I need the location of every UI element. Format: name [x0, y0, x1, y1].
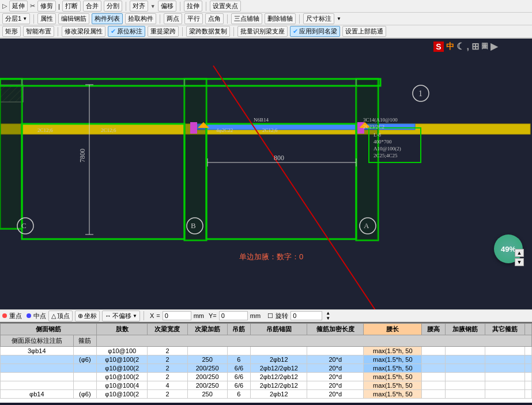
th-jia-yi-gj: 其它箍筋 — [485, 324, 525, 335]
table-cell — [445, 355, 485, 364]
table-cell — [307, 347, 364, 355]
component-list-button[interactable]: 构件列表 — [92, 13, 123, 24]
dimension-dropdown-icon[interactable]: ▼ — [337, 16, 341, 21]
table-cell — [1, 364, 74, 373]
table-row[interactable]: φ10@100(22200/2506/62φb12/2φb1220*dmax(1… — [1, 364, 532, 373]
table-cell: φb14 — [1, 390, 74, 399]
table-row[interactable]: 3φb14φ10@1002max(1.5*h, 50 — [1, 347, 532, 355]
smart-place-button[interactable]: 智能布置 — [23, 26, 54, 37]
main-canvas[interactable]: L-8 400*700 A10@100(2) 2C25;4C25 1 2C12;… — [0, 39, 532, 309]
th-gu-jin: 肢数 — [97, 324, 148, 335]
data-table: 侧面钢筋 肢数 次梁宽度 次梁加筋 吊筋 吊筋锚固 箍筋加密长度 腰长 腰高 加… — [0, 323, 532, 399]
moon-icon: ☾ — [456, 41, 465, 52]
copy-span-button[interactable]: 梁跨数据复制 — [186, 26, 230, 37]
set-top-rebar-button[interactable]: 设置上部筋通 — [342, 26, 386, 37]
x-input[interactable] — [163, 311, 191, 320]
table-row[interactable]: φb14(φ6)φ10@100(2225062φb1220*dmax(1.5*h… — [1, 390, 532, 399]
threepoint-button[interactable]: 三点辅轴 — [231, 13, 262, 24]
table-cell: 20*d — [307, 390, 364, 399]
apply-samename-button[interactable]: ✔ 应用到同名梁 — [290, 26, 340, 37]
nooffset-button[interactable]: ↔ 不偏移 ▼ — [102, 311, 140, 321]
align-button[interactable]: 对齐 — [130, 1, 148, 12]
th-sub-annotation: 侧面原位标注注筋 — [1, 335, 74, 347]
toolbar-row1: ▷ 延伸 ✂ 修剪 | 打断 合并 分割 对齐 ▼ 偏移 拉伸 设置夹点 — [0, 0, 532, 13]
batch-recognize-button[interactable]: 批量识别梁支座 — [237, 26, 288, 37]
setpoint-button[interactable]: 设置夹点 — [210, 1, 241, 12]
sep9 — [182, 27, 183, 36]
table-cell: 2φb12 — [251, 355, 307, 364]
table-cell: 200/250 — [187, 381, 227, 390]
merge-button[interactable]: 合并 — [83, 1, 101, 12]
table-cell — [1, 355, 74, 364]
inplace-annotation-button[interactable]: ✔ 原位标注 — [108, 26, 145, 37]
rect-button[interactable]: 矩形 — [2, 26, 21, 37]
svg-text:L-8: L-8 — [373, 132, 381, 138]
sep4 — [33, 14, 34, 24]
table-cell — [525, 355, 532, 364]
table-cell — [445, 381, 485, 390]
property-button[interactable]: 属性 — [37, 13, 56, 24]
data-table-container: 侧面钢筋 肢数 次梁宽度 次梁加筋 吊筋 吊筋锚固 箍筋加密长度 腰长 腰高 加… — [0, 322, 532, 403]
trim-button[interactable]: 修剪 — [37, 1, 56, 12]
th-ci-liang-jj: 吊筋 — [227, 324, 250, 335]
pick-component-button[interactable]: 拾取构件 — [125, 13, 156, 24]
table-cell: φ10@100(2 — [97, 373, 148, 381]
table-cell — [73, 347, 96, 355]
table-cell: max(1.5*h, 50 — [364, 347, 422, 355]
extend-button[interactable]: 延伸 — [9, 1, 28, 12]
table-cell — [525, 390, 532, 399]
stretch-button[interactable]: 拉伸 — [184, 1, 202, 12]
align-dropdown[interactable]: ▼ — [150, 3, 156, 9]
zoom-arrows: ▲ ▼ — [515, 249, 524, 266]
nooffset-dropdown[interactable]: ▼ — [133, 313, 137, 319]
svg-text:400*700: 400*700 — [373, 139, 392, 145]
edit-rebar-button[interactable]: 编辑钢筋 — [58, 13, 89, 24]
delete-axis-button[interactable]: 删除辅轴 — [265, 13, 296, 24]
table-cell — [73, 364, 96, 373]
svg-text:2C12;6: 2C12;6 — [101, 127, 116, 133]
svg-text:4φ2C22: 4φ2C22 — [216, 127, 233, 133]
table-cell — [251, 347, 307, 355]
rotate-input[interactable] — [290, 311, 322, 320]
layer-dropdown-icon: ▼ — [22, 16, 27, 21]
parallel-button[interactable]: 平行 — [184, 13, 203, 24]
table-cell — [73, 373, 96, 381]
svg-text:N6B14: N6B14 — [254, 117, 269, 123]
table-cell: 3φb14 — [1, 347, 74, 355]
vertex-button[interactable]: △ 顶点 — [48, 311, 73, 321]
table-cell — [525, 381, 532, 390]
table-cell: 20*d — [307, 355, 364, 364]
table-row[interactable]: φ10@100(44200/2506/62φb12/2φb1220*dmax(1… — [1, 381, 532, 390]
dimension-button[interactable]: 尺寸标注 — [303, 13, 334, 24]
th-zhi-shu: 次梁宽度 — [148, 324, 187, 335]
table-cell — [422, 381, 445, 390]
table-cell: 4 — [148, 381, 187, 390]
layer-dropdown[interactable]: 分层1 ▼ — [2, 13, 30, 24]
toolbar-row3: 矩形 智能布置 修改梁段属性 ✔ 原位标注 重提梁跨 梁跨数据复制 批量识别梁支… — [0, 25, 532, 38]
logo-text: 中 — [446, 41, 454, 52]
table-row[interactable]: (φ6)φ10@100(2225062φb1220*dmax(1.5*h, 50 — [1, 355, 532, 364]
modify-beam-button[interactable]: 修改梁段属性 — [62, 26, 105, 37]
zoom-down-button[interactable]: ▼ — [515, 258, 524, 266]
reextract-span-button[interactable]: 重提梁跨 — [148, 26, 179, 37]
annotation-checkmark: ✔ — [111, 28, 116, 35]
x-unit: mm — [194, 312, 204, 319]
break-button[interactable]: 打断 — [62, 1, 81, 12]
twopoint-button[interactable]: 两点 — [164, 13, 182, 24]
table-cell — [73, 381, 96, 390]
offset-button[interactable]: 偏移 — [158, 1, 176, 12]
coord-button[interactable]: ⊕ 坐标 — [75, 311, 100, 321]
pointangle-button[interactable]: 点角 — [205, 13, 224, 24]
y-input[interactable] — [219, 311, 248, 320]
svg-text:2C25;4C25: 2C25;4C25 — [373, 153, 398, 158]
rotate-checkbox[interactable]: ☐ — [267, 312, 273, 320]
table-cell: 2 — [148, 390, 187, 399]
table-row[interactable]: φ10@100(22200/2506/62φb12/2φb1220*dmax(1… — [1, 373, 532, 381]
table-cell: max(1.5*h, 50 — [364, 355, 422, 364]
zoom-up-button[interactable]: ▲ — [515, 249, 524, 257]
split-button[interactable]: 分割 — [104, 1, 122, 12]
rotate-stepper-up[interactable]: ▲▼ — [326, 311, 330, 321]
th-yao-gao: 加腋钢筋 — [445, 324, 485, 335]
toolbar-container: ▷ 延伸 ✂ 修剪 | 打断 合并 分割 对齐 ▼ 偏移 拉伸 设置夹点 分层1… — [0, 0, 532, 39]
table-cell — [525, 373, 532, 381]
